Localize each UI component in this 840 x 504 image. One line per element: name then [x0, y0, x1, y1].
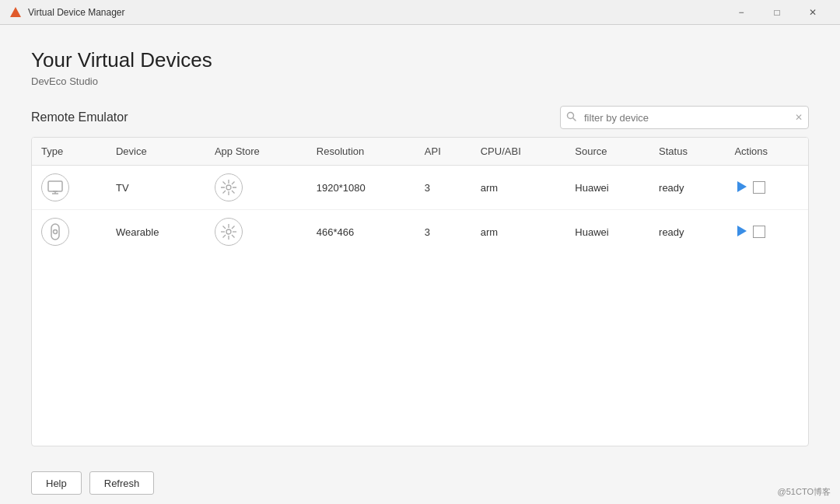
svg-point-7: [226, 185, 231, 190]
window-title: Virtual Device Manager: [28, 7, 723, 18]
svg-marker-16: [737, 181, 747, 192]
appstore-icon-1: [215, 218, 243, 246]
col-cpuabi: CPU/ABI: [471, 138, 566, 166]
play-button-1[interactable]: [734, 224, 748, 240]
cell-resolution-0: 1920*1080: [307, 166, 415, 210]
filter-wrapper: ✕: [560, 106, 809, 129]
page-title: Your Virtual Devices: [31, 48, 809, 72]
cell-cpuabi-0: arm: [471, 166, 566, 210]
col-source: Source: [565, 138, 649, 166]
device-table-container: Type Device App Store Resolution API CPU…: [31, 137, 809, 446]
col-api: API: [415, 138, 471, 166]
col-status: Status: [649, 138, 725, 166]
cell-source-1: Huawei: [565, 210, 649, 254]
title-bar: Virtual Device Manager − □ ✕: [0, 0, 840, 25]
section-title: Remote Emulator: [31, 110, 128, 124]
table-row: Wearable 466*4663armHuaweiready: [32, 210, 808, 254]
help-button[interactable]: Help: [31, 471, 82, 495]
svg-line-2: [573, 118, 576, 121]
col-device: Device: [107, 138, 205, 166]
stop-button-1[interactable]: [753, 226, 765, 238]
cell-type-0: [32, 166, 107, 210]
svg-marker-0: [10, 7, 21, 17]
refresh-button[interactable]: Refresh: [89, 471, 155, 495]
tv-icon: [41, 173, 69, 201]
cell-status-0: ready: [649, 166, 725, 210]
svg-line-27: [222, 235, 226, 238]
col-appstore: App Store: [205, 138, 307, 166]
svg-rect-17: [51, 224, 59, 240]
cell-appstore-1: [205, 210, 307, 254]
cell-source-0: Huawei: [565, 166, 649, 210]
appstore-icon-0: [215, 173, 243, 201]
cell-appstore-0: [205, 166, 307, 210]
svg-point-19: [226, 229, 231, 234]
col-type: Type: [32, 138, 107, 166]
maximize-button[interactable]: □: [759, 0, 795, 25]
page-subtitle: DevEco Studio: [31, 75, 809, 87]
cell-cpuabi-1: arm: [471, 210, 566, 254]
svg-marker-28: [737, 226, 747, 236]
clear-icon[interactable]: ✕: [795, 112, 803, 123]
svg-rect-3: [48, 181, 62, 191]
filter-input[interactable]: [560, 106, 809, 129]
play-button-0[interactable]: [734, 180, 748, 196]
cell-api-0: 3: [415, 166, 471, 210]
search-icon: [566, 111, 576, 124]
cell-status-1: ready: [649, 210, 725, 254]
minimize-button[interactable]: −: [723, 0, 759, 25]
cell-device-0: TV: [107, 166, 205, 210]
table-header-row: Type Device App Store Resolution API CPU…: [32, 138, 808, 166]
svg-line-24: [222, 226, 226, 229]
col-resolution: Resolution: [307, 138, 415, 166]
svg-point-18: [54, 230, 58, 234]
window-controls: − □ ✕: [723, 0, 831, 25]
svg-line-15: [222, 191, 226, 194]
cell-actions-0: [725, 166, 808, 210]
table-row: TV 1920*10803armHuaweiready: [32, 166, 808, 210]
app-logo: [9, 6, 22, 19]
cell-device-1: Wearable: [107, 210, 205, 254]
device-table: Type Device App Store Resolution API CPU…: [32, 138, 808, 254]
cell-api-1: 3: [415, 210, 471, 254]
svg-line-14: [232, 182, 235, 185]
svg-line-25: [232, 235, 235, 238]
main-content: Your Virtual Devices DevEco Studio Remot…: [0, 25, 840, 462]
cell-actions-1: [725, 210, 808, 254]
close-button[interactable]: ✕: [795, 0, 831, 25]
stop-button-0[interactable]: [753, 181, 765, 194]
wearable-icon: [41, 218, 69, 246]
section-header: Remote Emulator ✕: [31, 106, 809, 129]
footer: Help Refresh: [0, 462, 840, 504]
cell-type-1: [32, 210, 107, 254]
cell-resolution-1: 466*466: [307, 210, 415, 254]
svg-line-13: [232, 191, 235, 194]
svg-line-12: [222, 182, 226, 185]
svg-line-26: [232, 226, 235, 229]
col-actions: Actions: [725, 138, 808, 166]
